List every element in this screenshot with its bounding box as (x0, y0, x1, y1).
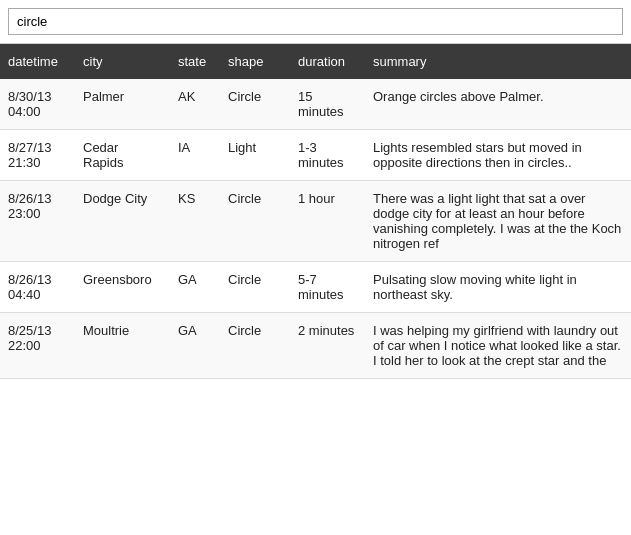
cell-state: KS (170, 181, 220, 262)
col-header-state: state (170, 44, 220, 79)
results-table: datetime city state shape duration summa… (0, 44, 631, 379)
cell-state: GA (170, 262, 220, 313)
search-input[interactable] (8, 8, 623, 35)
cell-city: Greensboro (75, 262, 170, 313)
col-header-datetime: datetime (0, 44, 75, 79)
search-container (0, 0, 631, 44)
cell-duration: 5-7 minutes (290, 262, 365, 313)
cell-datetime: 8/30/13 04:00 (0, 79, 75, 130)
col-header-city: city (75, 44, 170, 79)
cell-summary: Lights resembled stars but moved in oppo… (365, 130, 631, 181)
col-header-duration: duration (290, 44, 365, 79)
cell-city: Palmer (75, 79, 170, 130)
cell-city: Dodge City (75, 181, 170, 262)
cell-state: AK (170, 79, 220, 130)
cell-summary: Pulsating slow moving white light in nor… (365, 262, 631, 313)
col-header-summary: summary (365, 44, 631, 79)
table-row: 8/26/13 23:00Dodge CityKSCircle1 hourThe… (0, 181, 631, 262)
cell-shape: Circle (220, 79, 290, 130)
table-row: 8/27/13 21:30Cedar RapidsIALight1-3 minu… (0, 130, 631, 181)
cell-datetime: 8/25/13 22:00 (0, 313, 75, 379)
cell-summary: I was helping my girlfriend with laundry… (365, 313, 631, 379)
cell-shape: Light (220, 130, 290, 181)
cell-datetime: 8/26/13 04:40 (0, 262, 75, 313)
table-row: 8/30/13 04:00PalmerAKCircle15 minutesOra… (0, 79, 631, 130)
cell-datetime: 8/26/13 23:00 (0, 181, 75, 262)
cell-state: IA (170, 130, 220, 181)
cell-city: Moultrie (75, 313, 170, 379)
cell-shape: Circle (220, 262, 290, 313)
cell-state: GA (170, 313, 220, 379)
cell-shape: Circle (220, 181, 290, 262)
cell-datetime: 8/27/13 21:30 (0, 130, 75, 181)
cell-duration: 1-3 minutes (290, 130, 365, 181)
col-header-shape: shape (220, 44, 290, 79)
table-row: 8/25/13 22:00MoultrieGACircle2 minutesI … (0, 313, 631, 379)
table-row: 8/26/13 04:40GreensboroGACircle5-7 minut… (0, 262, 631, 313)
cell-duration: 2 minutes (290, 313, 365, 379)
table-body: 8/30/13 04:00PalmerAKCircle15 minutesOra… (0, 79, 631, 379)
cell-shape: Circle (220, 313, 290, 379)
cell-summary: There was a light light that sat a over … (365, 181, 631, 262)
cell-city: Cedar Rapids (75, 130, 170, 181)
cell-duration: 1 hour (290, 181, 365, 262)
table-header-row: datetime city state shape duration summa… (0, 44, 631, 79)
cell-summary: Orange circles above Palmer. (365, 79, 631, 130)
cell-duration: 15 minutes (290, 79, 365, 130)
